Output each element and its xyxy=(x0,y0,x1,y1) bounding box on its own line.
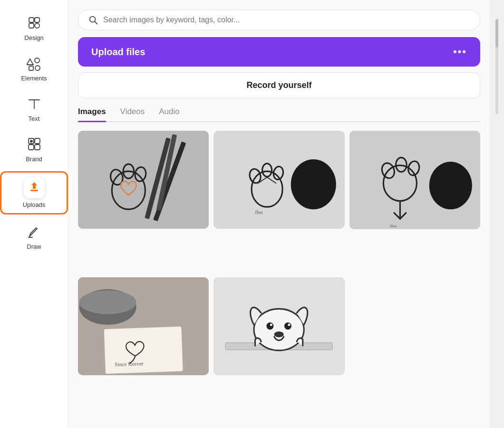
svg-rect-9 xyxy=(29,145,34,150)
svg-rect-5 xyxy=(29,66,33,70)
svg-point-25 xyxy=(291,159,336,209)
draw-icon xyxy=(26,223,43,240)
svg-point-43 xyxy=(79,290,136,314)
search-bar xyxy=(78,10,480,30)
upload-more-icon: ••• xyxy=(453,46,467,58)
svg-point-32 xyxy=(429,162,472,209)
svg-point-51 xyxy=(270,323,272,326)
record-yourself-label: Record yourself xyxy=(246,80,311,90)
svg-rect-10 xyxy=(35,145,40,150)
uploads-icon-container xyxy=(24,177,45,198)
text-icon xyxy=(26,95,43,112)
sidebar-item-draw[interactable]: Draw xyxy=(0,218,68,255)
sidebar-item-label: Brand xyxy=(26,156,42,163)
svg-text:ffen: ffen xyxy=(255,210,263,215)
svg-rect-1 xyxy=(35,18,39,22)
sidebar-item-design[interactable]: Design xyxy=(0,10,68,46)
sidebar-item-uploads[interactable]: Uploads xyxy=(0,171,68,214)
sidebar-item-label: Elements xyxy=(21,75,47,82)
upload-files-button[interactable]: Upload files ••• xyxy=(78,37,480,67)
svg-rect-2 xyxy=(29,23,34,28)
sidebar-item-label: Uploads xyxy=(23,201,46,208)
svg-point-50 xyxy=(284,322,291,330)
svg-rect-12 xyxy=(30,190,38,191)
svg-point-52 xyxy=(288,323,291,326)
search-input[interactable] xyxy=(103,16,470,24)
scrollbar-track[interactable] xyxy=(495,19,498,114)
tab-videos[interactable]: Videos xyxy=(120,107,145,121)
svg-rect-0 xyxy=(29,18,34,22)
svg-point-53 xyxy=(274,331,284,337)
tabs-bar: Images Videos Audio xyxy=(78,107,480,122)
scrollbar-thumb[interactable] xyxy=(495,19,498,48)
upload-files-label: Upload files xyxy=(91,47,145,58)
svg-point-11 xyxy=(30,140,33,143)
tab-images[interactable]: Images xyxy=(78,107,106,121)
svg-text:ffen: ffen xyxy=(390,224,397,228)
sidebar-item-text[interactable]: Text xyxy=(0,90,68,127)
svg-rect-3 xyxy=(35,23,39,28)
search-icon xyxy=(88,15,98,25)
elements-icon xyxy=(26,55,43,72)
design-icon xyxy=(26,14,43,31)
sidebar: Design Elements Text xyxy=(0,0,68,428)
main-panel: Upload files ••• Record yourself Images … xyxy=(68,0,490,428)
image-item-5[interactable] xyxy=(213,277,344,375)
svg-text:Since forever: Since forever xyxy=(115,360,144,367)
svg-point-48 xyxy=(254,309,304,350)
svg-line-15 xyxy=(95,21,97,24)
uploads-icon xyxy=(28,180,41,195)
svg-point-49 xyxy=(267,322,274,330)
sidebar-item-label: Design xyxy=(24,34,43,41)
svg-rect-8 xyxy=(35,138,40,144)
image-item-3[interactable]: ffen xyxy=(349,131,480,229)
image-grid: ffen ffen xyxy=(78,131,480,418)
svg-point-4 xyxy=(35,58,39,63)
sidebar-item-label: Text xyxy=(29,115,40,122)
image-item-1[interactable] xyxy=(78,131,209,229)
svg-rect-6 xyxy=(35,66,40,70)
record-yourself-button[interactable]: Record yourself xyxy=(78,72,480,98)
sidebar-item-elements[interactable]: Elements xyxy=(0,50,68,87)
image-item-2[interactable]: ffen xyxy=(213,131,344,229)
brand-icon xyxy=(26,136,43,153)
sidebar-item-brand[interactable]: Brand xyxy=(0,131,68,167)
right-panel xyxy=(490,0,504,428)
tab-audio[interactable]: Audio xyxy=(159,107,179,121)
image-item-4[interactable]: Since forever xyxy=(78,277,209,375)
sidebar-item-label: Draw xyxy=(27,243,41,250)
